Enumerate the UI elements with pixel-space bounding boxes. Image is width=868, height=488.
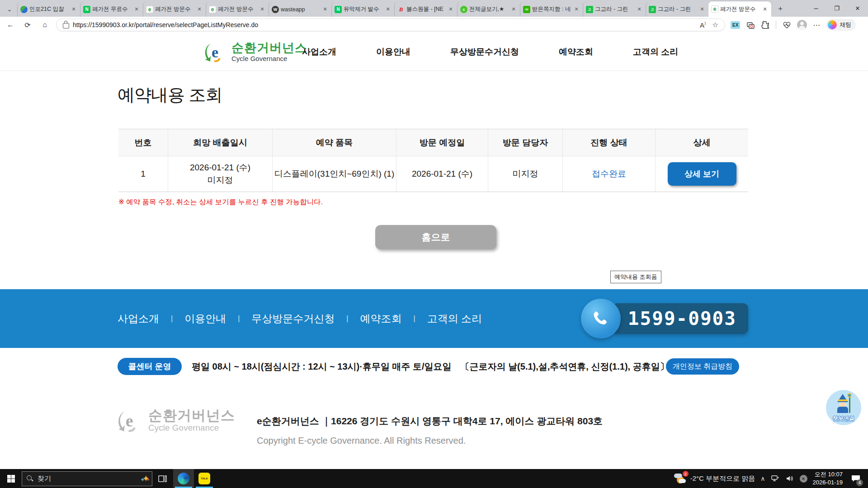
tab-close-icon[interactable]: ✕ — [573, 6, 580, 13]
minimize-button[interactable]: ─ — [806, 0, 826, 17]
tab-close-icon[interactable]: ✕ — [447, 6, 454, 13]
tab-title: 페가전 방문수 — [218, 5, 257, 13]
weather-widget[interactable]: 2 -2°C 부분적으로 맑음 — [674, 473, 755, 484]
browser-tab[interactable]: 그고라 - 그린 ✕ — [583, 2, 646, 17]
tray-app-icon[interactable]: ✕ — [800, 475, 807, 483]
window-controls: ─ ❐ ✕ — [806, 0, 868, 17]
taskbar-edge-icon[interactable] — [173, 469, 194, 488]
tab-close-icon[interactable]: ✕ — [510, 6, 517, 13]
tab-strip: 인포21C 입찰 ✕ 페가전 무료수 ✕ 페가전 방문수 ✕ 페가전 방문수 ✕ — [17, 0, 771, 17]
browser-tab-bar: ⌄ 인포21C 입찰 ✕ 페가전 무료수 ✕ 페가전 방문수 ✕ — [0, 0, 868, 17]
tab-close-icon[interactable]: ✕ — [196, 6, 203, 13]
volume-icon[interactable] — [785, 474, 794, 483]
home-button[interactable]: 홈으로 — [375, 225, 496, 249]
refresh-icon[interactable]: ⟳ — [21, 18, 34, 32]
browser-essentials-icon[interactable] — [782, 20, 791, 29]
tooltip: 예약내용 조회품 — [610, 271, 661, 283]
tab-close-icon[interactable]: ✕ — [384, 6, 392, 13]
taskbar-clock[interactable]: 오전 10:07 2026-01-19 — [813, 470, 843, 486]
cell-item: 디스플레이(31인치~69인치) (1) — [273, 156, 396, 192]
browser-tab[interactable]: 받은쪽지함 : 네 ✕ — [520, 2, 583, 17]
notification-center-button[interactable]: 4 — [848, 469, 863, 488]
privacy-policy-button[interactable]: 개인정보 취급방침 — [666, 358, 739, 375]
tab-close-icon[interactable]: ✕ — [133, 6, 140, 13]
tab-close-icon[interactable]: ✕ — [698, 6, 706, 13]
start-button[interactable] — [0, 469, 22, 488]
read-aloud-icon[interactable]: A⟩ — [700, 21, 706, 29]
chatbot-button[interactable]: 챗봇연결 — [826, 390, 861, 425]
discharge-time: 미지정 — [208, 174, 233, 187]
browser-tab[interactable]: wasteapp ✕ — [269, 2, 331, 17]
table-header-row: 번호 희망 배출일시 예약 품목 방문 예정일 방문 담당자 진행 상태 상세 — [118, 129, 748, 156]
taskbar-search-box[interactable]: 찾기 ✦✦• — [22, 471, 152, 486]
tab-close-icon[interactable]: ✕ — [761, 5, 769, 13]
favorite-star-icon[interactable]: ☆ — [712, 21, 718, 29]
lock-icon[interactable] — [63, 23, 69, 28]
back-icon[interactable]: ← — [4, 18, 17, 32]
browser-tab[interactable]: 유막제거 발수 ✕ — [331, 2, 394, 17]
site-logo[interactable]: e 순환거버넌스 Cycle Governance — [204, 40, 307, 64]
tab-favicon-icon — [460, 6, 467, 13]
main-nav-item[interactable]: 사업소개 — [302, 46, 336, 58]
browser-tab[interactable]: 페가전 무료수 ✕ — [80, 2, 143, 17]
new-tab-button[interactable]: ＋ — [774, 2, 787, 15]
tab-close-icon[interactable]: ✕ — [70, 6, 77, 13]
home-icon[interactable]: ⌂ — [38, 18, 52, 32]
browser-tab[interactable]: 그고라 - 그린 ✕ — [646, 2, 708, 17]
browser-tab[interactable]: 불스원몰 - [NE ✕ — [394, 2, 457, 17]
network-icon[interactable] — [771, 474, 780, 483]
copilot-chat-button[interactable]: 채팅 — [826, 19, 856, 31]
close-window-button[interactable]: ✕ — [847, 0, 868, 17]
footer-nav-item[interactable]: 무상방문수거신청 — [251, 312, 335, 326]
url-field[interactable]: https://15990903.or.kr/portal/reserve/se… — [56, 19, 725, 31]
main-nav-item[interactable]: 예약조회 — [559, 46, 593, 58]
footer-brand-sub: Cycle Governance — [148, 423, 235, 433]
extensions-puzzle-icon[interactable] — [761, 20, 770, 29]
main-nav-item[interactable]: 고객의 소리 — [633, 46, 678, 58]
browser-tab[interactable]: 페가전 방문수 ✕ — [143, 2, 206, 17]
taskbar-kakaotalk-icon[interactable] — [194, 469, 215, 488]
search-highlights-icon[interactable]: ✦✦• — [141, 474, 147, 483]
call-center-bar: 콜센터 운영 평일 08시 ~ 18시(점심시간 : 12시 ~ 13시)·휴무… — [0, 348, 868, 385]
screenshot-icon[interactable] — [746, 20, 755, 29]
tab-close-icon[interactable]: ✕ — [636, 6, 643, 13]
col-header-visit-date: 방문 예정일 — [396, 129, 488, 156]
footer-nav-separator: | — [171, 314, 173, 323]
page-title: 예약내용 조회 — [118, 84, 222, 107]
browser-tab[interactable]: 페가전 방문수 ✕ — [206, 2, 269, 17]
footer-nav-item[interactable]: 사업소개 — [118, 312, 159, 326]
footer-nav-item[interactable]: 예약조회 — [360, 312, 401, 326]
cell-discharge: 2026-01-21 (수) 미지정 — [168, 156, 273, 192]
phone-box: 1599-0903 — [581, 299, 748, 338]
table-row: 1 2026-01-21 (수) 미지정 디스플레이(31인치~69인치) (1… — [118, 156, 748, 192]
url-text[interactable]: https://15990903.or.kr/portal/reserve/se… — [73, 21, 700, 28]
footer-logo: e 순환거버넌스 Cycle Governance — [118, 408, 235, 434]
browser-tab[interactable]: 인포21C 입찰 ✕ — [17, 2, 80, 17]
footer-nav-item[interactable]: 이용안내 — [184, 312, 226, 326]
detail-view-button[interactable]: 상세 보기 — [668, 162, 736, 186]
browser-tab[interactable]: 페가전 방문수 ✕ — [708, 1, 771, 17]
profile-avatar[interactable] — [797, 20, 807, 30]
footer-blue-band: 사업소개|이용안내|무상방문수거신청|예약조회|고객의 소리 1599-0903 — [0, 289, 868, 348]
main-nav-item[interactable]: 이용안내 — [376, 46, 410, 58]
tab-favicon-icon — [586, 6, 593, 13]
browser-tab[interactable]: 전체글보기,★ ✕ — [457, 2, 520, 17]
tab-title: 페가전 방문수 — [155, 5, 194, 13]
settings-more-icon[interactable]: ⋯ — [813, 21, 820, 29]
address-bar-actions: EX ⋯ 채팅 — [731, 19, 860, 31]
tab-close-icon[interactable]: ✕ — [259, 6, 266, 13]
task-view-button[interactable] — [152, 469, 173, 488]
cell-no: 1 — [118, 156, 168, 192]
call-center-hours: 평일 08시 ~ 18시(점심시간 : 12시 ~ 13시)·휴무일 매주 토/… — [192, 361, 669, 373]
main-nav-item[interactable]: 무상방문수거신청 — [450, 46, 519, 58]
extension-ex-badge[interactable]: EX — [731, 21, 740, 29]
hidden-icons-chevron[interactable]: ∧ — [760, 475, 765, 482]
restore-button[interactable]: ❐ — [826, 0, 847, 17]
status-link[interactable]: 접수완료 — [592, 168, 626, 180]
footer-nav-item[interactable]: 고객의 소리 — [427, 312, 482, 326]
site-header: e 순환거버넌스 Cycle Governance 사업소개 이용안내 무상방문… — [0, 33, 868, 71]
tab-close-icon[interactable]: ✕ — [321, 6, 329, 13]
tab-search-chevron-icon[interactable]: ⌄ — [3, 3, 16, 16]
footer-address: e순환거버넌스 ｜16226 경기도 수원시 영통구 대학4로 17, 에이스 … — [257, 415, 603, 427]
footer-nav: 사업소개|이용안내|무상방문수거신청|예약조회|고객의 소리 — [118, 289, 482, 348]
